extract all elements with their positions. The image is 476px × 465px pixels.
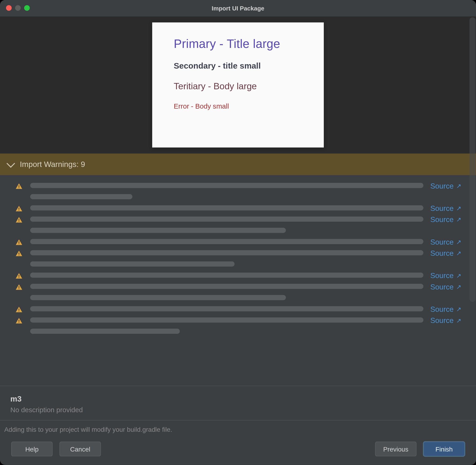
external-link-icon: ↗ <box>456 272 461 279</box>
preview-text-tertiary: Teritiary - Body large <box>174 81 302 92</box>
external-link-icon: ↗ <box>456 306 461 313</box>
svg-rect-0 <box>19 185 19 187</box>
warning-icon <box>15 283 23 291</box>
source-link-label: Source <box>430 272 454 280</box>
warning-icon <box>15 205 23 212</box>
warning-icon <box>15 306 23 313</box>
source-link-label: Source <box>430 182 454 191</box>
redacted-text-bar <box>30 205 424 211</box>
source-link-label: Source <box>430 216 454 224</box>
redacted-text-bar <box>30 239 424 244</box>
warning-icon <box>15 306 23 313</box>
warning-row: Source↗ <box>15 216 461 233</box>
preview-card: Primary - Title large Secondary - title … <box>152 22 324 148</box>
source-link[interactable]: Source↗ <box>430 204 461 213</box>
minimize-window-button[interactable] <box>15 5 21 11</box>
maximize-window-button[interactable] <box>24 5 30 11</box>
finish-button[interactable]: Finish <box>424 442 465 456</box>
source-link-label: Source <box>430 305 454 314</box>
redacted-text-bar <box>30 250 424 255</box>
warning-row: Source↗ <box>15 205 461 213</box>
button-row: Help Cancel Previous Finish <box>0 433 476 465</box>
package-name: m3 <box>10 395 466 404</box>
source-link-label: Source <box>430 317 454 325</box>
redacted-text-bar <box>30 183 424 188</box>
close-window-button[interactable] <box>6 5 12 11</box>
warning-text-placeholder <box>30 239 424 244</box>
warning-icon <box>15 182 23 190</box>
source-link[interactable]: Source↗ <box>430 182 461 191</box>
warning-text-placeholder <box>30 273 424 278</box>
warning-icon <box>15 216 23 224</box>
svg-rect-4 <box>19 219 19 221</box>
svg-rect-13 <box>19 288 19 289</box>
source-link-label: Source <box>430 238 454 247</box>
source-link[interactable]: Source↗ <box>430 283 461 292</box>
warning-icon <box>15 250 23 257</box>
warning-icon <box>15 250 23 257</box>
redacted-text-bar <box>30 306 424 311</box>
warning-icon <box>15 283 23 291</box>
cancel-button[interactable]: Cancel <box>60 442 101 456</box>
source-link[interactable]: Source↗ <box>430 272 461 280</box>
svg-rect-11 <box>19 277 19 278</box>
redacted-text-bar <box>30 216 424 222</box>
svg-rect-8 <box>19 253 19 254</box>
svg-rect-15 <box>19 311 19 312</box>
warning-text-placeholder <box>30 216 424 233</box>
dialog-title: Import UI Package <box>0 5 476 12</box>
svg-rect-16 <box>19 320 19 322</box>
source-link[interactable]: Source↗ <box>430 216 461 224</box>
warning-row: Source↗ <box>15 306 461 314</box>
svg-rect-5 <box>19 221 19 222</box>
warning-text-placeholder <box>30 306 424 311</box>
warning-row: Source↗ <box>15 317 461 334</box>
redacted-text-bar <box>30 261 235 266</box>
source-link-label: Source <box>430 204 454 213</box>
warnings-count: 9 <box>81 160 85 169</box>
warning-row: Source↗ <box>15 250 461 266</box>
package-meta: m3 No description provided <box>0 386 476 420</box>
external-link-icon: ↗ <box>456 182 461 190</box>
warning-icon <box>15 216 23 224</box>
svg-rect-2 <box>19 208 19 210</box>
warning-row: Source↗ <box>15 284 461 300</box>
preview-text-secondary: Secondary - title small <box>174 61 302 71</box>
redacted-text-bar <box>30 317 424 322</box>
warning-row: Source↗ <box>15 273 461 280</box>
svg-rect-6 <box>19 241 19 243</box>
warning-icon <box>15 182 23 190</box>
warning-row: Source↗ <box>15 183 461 199</box>
source-link[interactable]: Source↗ <box>430 317 461 325</box>
redacted-text-bar <box>30 273 424 278</box>
warning-text-placeholder <box>30 205 424 211</box>
source-link[interactable]: Source↗ <box>430 305 461 314</box>
warning-icon <box>15 317 23 325</box>
warning-text-placeholder <box>30 317 424 334</box>
redacted-text-bar <box>30 228 286 233</box>
svg-rect-9 <box>19 255 19 255</box>
help-button[interactable]: Help <box>11 442 52 456</box>
warning-text-placeholder <box>30 284 424 300</box>
external-link-icon: ↗ <box>456 250 461 257</box>
source-link-label: Source <box>430 249 454 258</box>
titlebar: Import UI Package <box>0 0 476 16</box>
source-link[interactable]: Source↗ <box>430 238 461 247</box>
svg-rect-1 <box>19 187 19 188</box>
preview-text-primary: Primary - Title large <box>174 37 302 51</box>
redacted-text-bar <box>30 194 133 199</box>
external-link-icon: ↗ <box>456 317 461 324</box>
scrollbar[interactable] <box>469 17 476 302</box>
window-controls <box>6 5 30 11</box>
previous-button[interactable]: Previous <box>375 442 416 456</box>
warnings-header[interactable]: Import Warnings: 9 <box>0 153 476 175</box>
svg-rect-3 <box>19 210 19 211</box>
redacted-text-bar <box>30 284 424 289</box>
source-link[interactable]: Source↗ <box>430 249 461 258</box>
warning-icon <box>15 239 23 246</box>
warning-row: Source↗ <box>15 239 461 247</box>
dialog-window: Import UI Package Primary - Title large … <box>0 0 476 465</box>
redacted-text-bar <box>30 329 180 334</box>
external-link-icon: ↗ <box>456 205 461 212</box>
external-link-icon: ↗ <box>456 239 461 245</box>
